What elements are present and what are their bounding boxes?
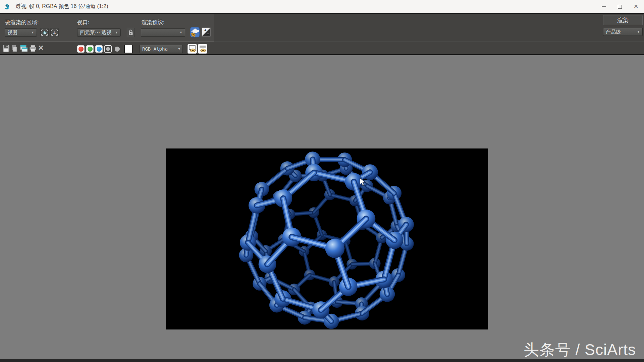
svg-text:+: + (204, 28, 206, 32)
maximize-button[interactable] (612, 0, 628, 13)
chevron-down-icon: ▼ (31, 31, 34, 34)
chevron-down-icon: ▼ (637, 30, 640, 34)
red-channel-button[interactable] (77, 45, 85, 53)
c60-molecule-render (166, 148, 488, 329)
gamma-display-button[interactable] (187, 44, 197, 54)
print-icon (29, 45, 37, 52)
render-setup-teapot-icon (190, 27, 200, 38)
color-correction-button[interactable] (198, 44, 207, 54)
bottom-edge-strip (0, 359, 644, 362)
close-button[interactable]: ✕ (628, 0, 644, 13)
copy-image-button[interactable] (11, 45, 18, 53)
area-to-render-label: 要渲染的区域: (5, 19, 39, 26)
exposure-control-icon: + − (202, 27, 211, 37)
lock-icon (128, 29, 133, 36)
render-setup-button[interactable] (190, 27, 200, 38)
production-level-dropdown[interactable]: 产品级 ▼ (603, 28, 643, 36)
blue-channel-icon (97, 47, 102, 52)
auto-region-icon: A (51, 29, 58, 36)
save-icon (3, 45, 10, 52)
clone-window-icon (20, 45, 28, 52)
close-icon: ✕ (634, 4, 638, 9)
minimize-icon (602, 6, 606, 7)
minimize-button[interactable] (596, 0, 612, 13)
monochrome-channel-icon (106, 47, 110, 51)
clear-image-button[interactable]: ✕ (38, 44, 44, 52)
green-channel-button[interactable] (86, 45, 94, 53)
chevron-down-icon: ▼ (179, 31, 182, 34)
window-title: 透视, 帧 0, RGBA 颜色 16 位/通道 (1:2) (15, 3, 108, 10)
render-preset-dropdown[interactable]: ▼ (141, 28, 185, 37)
copy-icon (11, 45, 18, 52)
viewport-dropdown[interactable]: 四元菜⋯ 透视 ▼ (77, 28, 121, 37)
mouse-cursor-icon (359, 178, 367, 186)
red-channel-icon (78, 47, 84, 52)
clone-rendered-frame-button[interactable] (20, 45, 28, 53)
svg-text:−: − (207, 32, 209, 36)
channel-display-dropdown[interactable]: RGB Alpha ▼ (140, 45, 183, 53)
monochrome-channel-button[interactable] (104, 45, 112, 53)
alpha-channel-button[interactable] (113, 45, 121, 53)
render-preset-label: 渲染预设: (142, 19, 164, 26)
blue-channel-button[interactable] (95, 45, 103, 53)
exposure-control-button[interactable]: + − (202, 27, 211, 37)
rendered-image (166, 148, 488, 329)
lock-viewport-button[interactable] (127, 28, 135, 37)
window-controls: ✕ (596, 0, 644, 13)
render-controls-left-panel (0, 14, 214, 42)
color-correction-eye-icon (199, 45, 206, 53)
auto-region-button[interactable]: A (50, 28, 59, 37)
chevron-down-icon: ▼ (178, 47, 180, 51)
watermark-text: 头条号 / SciArts (524, 340, 636, 360)
alpha-channel-icon (115, 47, 120, 52)
save-image-button[interactable] (3, 45, 10, 53)
hand-region-icon (41, 29, 48, 36)
viewport-label: 视口: (77, 19, 89, 26)
render-button[interactable]: 渲染 (603, 15, 643, 25)
svg-text:A: A (53, 31, 56, 35)
print-image-button[interactable] (29, 45, 37, 53)
background-color-swatch[interactable] (124, 45, 132, 53)
edit-region-button[interactable] (40, 28, 49, 37)
window-titlebar: 3 透视, 帧 0, RGBA 颜色 16 位/通道 (1:2) ✕ (0, 0, 644, 13)
green-channel-icon (88, 47, 93, 52)
gamma-eye-icon (189, 45, 196, 53)
maximize-icon (618, 5, 622, 9)
app-icon-3dsmax: 3 (5, 3, 13, 11)
chevron-down-icon: ▼ (115, 31, 118, 34)
area-to-render-dropdown[interactable]: 视图 ▼ (5, 28, 37, 37)
